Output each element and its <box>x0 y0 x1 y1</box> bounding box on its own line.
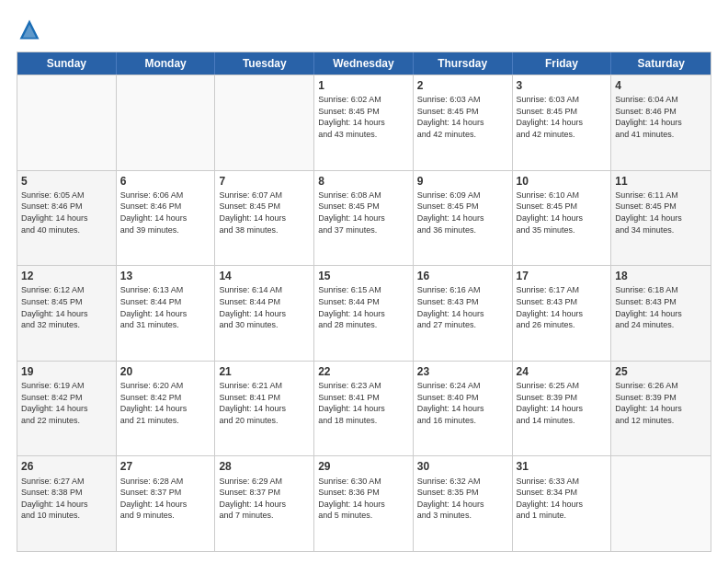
calendar-cell-4-2: 28Sunrise: 6:29 AM Sunset: 8:37 PM Dayli… <box>215 456 314 551</box>
calendar-cell-3-5: 24Sunrise: 6:25 AM Sunset: 8:39 PM Dayli… <box>513 362 612 456</box>
calendar-cell-0-0 <box>17 75 117 170</box>
day-info: Sunrise: 6:32 AM Sunset: 8:35 PM Dayligh… <box>417 476 508 522</box>
calendar-cell-3-0: 19Sunrise: 6:19 AM Sunset: 8:42 PM Dayli… <box>17 362 117 456</box>
calendar-header: SundayMondayTuesdayWednesdayThursdayFrid… <box>17 52 711 75</box>
calendar-cell-0-3: 1Sunrise: 6:02 AM Sunset: 8:45 PM Daylig… <box>314 75 414 170</box>
calendar-cell-1-0: 5Sunrise: 6:05 AM Sunset: 8:46 PM Daylig… <box>17 171 117 266</box>
day-number: 12 <box>21 269 112 283</box>
calendar-cell-2-3: 15Sunrise: 6:15 AM Sunset: 8:44 PM Dayli… <box>314 266 414 361</box>
day-number: 13 <box>120 269 211 283</box>
page: SundayMondayTuesdayWednesdayThursdayFrid… <box>0 0 728 563</box>
calendar-cell-3-2: 21Sunrise: 6:21 AM Sunset: 8:41 PM Dayli… <box>215 362 314 456</box>
day-info: Sunrise: 6:29 AM Sunset: 8:37 PM Dayligh… <box>219 476 310 522</box>
calendar-cell-2-0: 12Sunrise: 6:12 AM Sunset: 8:45 PM Dayli… <box>17 266 117 361</box>
day-number: 19 <box>21 364 112 379</box>
day-number: 7 <box>219 174 310 189</box>
calendar-row-1: 5Sunrise: 6:05 AM Sunset: 8:46 PM Daylig… <box>17 170 711 266</box>
day-info: Sunrise: 6:25 AM Sunset: 8:39 PM Dayligh… <box>517 380 608 426</box>
day-info: Sunrise: 6:33 AM Sunset: 8:34 PM Dayligh… <box>517 476 608 522</box>
day-info: Sunrise: 6:03 AM Sunset: 8:45 PM Dayligh… <box>417 94 508 140</box>
day-number: 17 <box>517 269 608 283</box>
header-day-wednesday: Wednesday <box>314 52 414 75</box>
header-day-tuesday: Tuesday <box>215 52 314 75</box>
day-number: 23 <box>417 364 508 379</box>
day-info: Sunrise: 6:10 AM Sunset: 8:45 PM Dayligh… <box>517 190 608 236</box>
day-number: 11 <box>615 174 707 189</box>
calendar: SundayMondayTuesdayWednesdayThursdayFrid… <box>17 52 711 552</box>
day-info: Sunrise: 6:23 AM Sunset: 8:41 PM Dayligh… <box>318 380 409 426</box>
calendar-cell-2-1: 13Sunrise: 6:13 AM Sunset: 8:44 PM Dayli… <box>117 266 216 361</box>
day-info: Sunrise: 6:07 AM Sunset: 8:45 PM Dayligh… <box>219 190 310 236</box>
calendar-cell-0-2 <box>215 75 314 170</box>
day-info: Sunrise: 6:20 AM Sunset: 8:42 PM Dayligh… <box>120 380 211 426</box>
day-info: Sunrise: 6:27 AM Sunset: 8:38 PM Dayligh… <box>21 476 112 522</box>
day-info: Sunrise: 6:11 AM Sunset: 8:45 PM Dayligh… <box>615 190 707 236</box>
day-number: 1 <box>318 78 409 93</box>
calendar-cell-3-6: 25Sunrise: 6:26 AM Sunset: 8:39 PM Dayli… <box>611 362 711 456</box>
day-info: Sunrise: 6:26 AM Sunset: 8:39 PM Dayligh… <box>615 380 707 426</box>
day-number: 31 <box>517 459 608 474</box>
calendar-cell-1-1: 6Sunrise: 6:06 AM Sunset: 8:46 PM Daylig… <box>117 171 216 266</box>
day-number: 18 <box>615 269 707 283</box>
day-number: 24 <box>517 364 608 379</box>
day-info: Sunrise: 6:30 AM Sunset: 8:36 PM Dayligh… <box>318 476 409 522</box>
calendar-cell-1-5: 10Sunrise: 6:10 AM Sunset: 8:45 PM Dayli… <box>513 171 612 266</box>
day-number: 22 <box>318 364 409 379</box>
day-number: 26 <box>21 459 112 474</box>
calendar-cell-1-2: 7Sunrise: 6:07 AM Sunset: 8:45 PM Daylig… <box>215 171 314 266</box>
day-info: Sunrise: 6:05 AM Sunset: 8:46 PM Dayligh… <box>21 190 112 236</box>
day-info: Sunrise: 6:16 AM Sunset: 8:43 PM Dayligh… <box>417 284 508 330</box>
calendar-cell-4-5: 31Sunrise: 6:33 AM Sunset: 8:34 PM Dayli… <box>513 456 612 551</box>
calendar-cell-4-1: 27Sunrise: 6:28 AM Sunset: 8:37 PM Dayli… <box>117 456 216 551</box>
day-number: 15 <box>318 269 409 283</box>
day-number: 8 <box>318 174 409 189</box>
calendar-cell-2-4: 16Sunrise: 6:16 AM Sunset: 8:43 PM Dayli… <box>414 266 513 361</box>
day-info: Sunrise: 6:18 AM Sunset: 8:43 PM Dayligh… <box>615 284 707 330</box>
header-day-thursday: Thursday <box>414 52 513 75</box>
day-info: Sunrise: 6:06 AM Sunset: 8:46 PM Dayligh… <box>120 190 211 236</box>
day-number: 6 <box>120 174 211 189</box>
day-info: Sunrise: 6:17 AM Sunset: 8:43 PM Dayligh… <box>517 284 608 330</box>
day-number: 4 <box>615 78 707 93</box>
calendar-row-0: 1Sunrise: 6:02 AM Sunset: 8:45 PM Daylig… <box>17 75 711 170</box>
header-day-saturday: Saturday <box>611 52 711 75</box>
header-day-monday: Monday <box>117 52 216 75</box>
calendar-cell-0-5: 3Sunrise: 6:03 AM Sunset: 8:45 PM Daylig… <box>513 75 612 170</box>
calendar-cell-1-3: 8Sunrise: 6:08 AM Sunset: 8:45 PM Daylig… <box>314 171 414 266</box>
day-info: Sunrise: 6:12 AM Sunset: 8:45 PM Dayligh… <box>21 284 112 330</box>
day-number: 29 <box>318 459 409 474</box>
day-number: 28 <box>219 459 310 474</box>
day-number: 25 <box>615 364 707 379</box>
day-info: Sunrise: 6:02 AM Sunset: 8:45 PM Dayligh… <box>318 94 409 140</box>
day-number: 30 <box>417 459 508 474</box>
day-number: 9 <box>417 174 508 189</box>
day-info: Sunrise: 6:24 AM Sunset: 8:40 PM Dayligh… <box>417 380 508 426</box>
day-info: Sunrise: 6:03 AM Sunset: 8:45 PM Dayligh… <box>517 94 608 140</box>
day-number: 3 <box>517 78 608 93</box>
day-info: Sunrise: 6:19 AM Sunset: 8:42 PM Dayligh… <box>21 380 112 426</box>
calendar-row-4: 26Sunrise: 6:27 AM Sunset: 8:38 PM Dayli… <box>17 455 711 551</box>
calendar-cell-1-4: 9Sunrise: 6:09 AM Sunset: 8:45 PM Daylig… <box>414 171 513 266</box>
calendar-cell-0-6: 4Sunrise: 6:04 AM Sunset: 8:46 PM Daylig… <box>611 75 711 170</box>
day-info: Sunrise: 6:21 AM Sunset: 8:41 PM Dayligh… <box>219 380 310 426</box>
day-info: Sunrise: 6:14 AM Sunset: 8:44 PM Dayligh… <box>219 284 310 330</box>
day-info: Sunrise: 6:08 AM Sunset: 8:45 PM Dayligh… <box>318 190 409 236</box>
day-info: Sunrise: 6:04 AM Sunset: 8:46 PM Dayligh… <box>615 94 707 140</box>
day-number: 21 <box>219 364 310 379</box>
header-day-friday: Friday <box>513 52 612 75</box>
header <box>17 17 711 42</box>
day-number: 14 <box>219 269 310 283</box>
day-number: 2 <box>417 78 508 93</box>
calendar-cell-4-3: 29Sunrise: 6:30 AM Sunset: 8:36 PM Dayli… <box>314 456 414 551</box>
day-info: Sunrise: 6:09 AM Sunset: 8:45 PM Dayligh… <box>417 190 508 236</box>
calendar-cell-1-6: 11Sunrise: 6:11 AM Sunset: 8:45 PM Dayli… <box>611 171 711 266</box>
logo-icon <box>17 17 42 42</box>
calendar-cell-2-2: 14Sunrise: 6:14 AM Sunset: 8:44 PM Dayli… <box>215 266 314 361</box>
calendar-cell-3-3: 22Sunrise: 6:23 AM Sunset: 8:41 PM Dayli… <box>314 362 414 456</box>
calendar-cell-0-4: 2Sunrise: 6:03 AM Sunset: 8:45 PM Daylig… <box>414 75 513 170</box>
day-info: Sunrise: 6:28 AM Sunset: 8:37 PM Dayligh… <box>120 476 211 522</box>
calendar-row-2: 12Sunrise: 6:12 AM Sunset: 8:45 PM Dayli… <box>17 265 711 361</box>
calendar-cell-4-6 <box>611 456 711 551</box>
calendar-row-3: 19Sunrise: 6:19 AM Sunset: 8:42 PM Dayli… <box>17 361 711 456</box>
calendar-cell-2-6: 18Sunrise: 6:18 AM Sunset: 8:43 PM Dayli… <box>611 266 711 361</box>
